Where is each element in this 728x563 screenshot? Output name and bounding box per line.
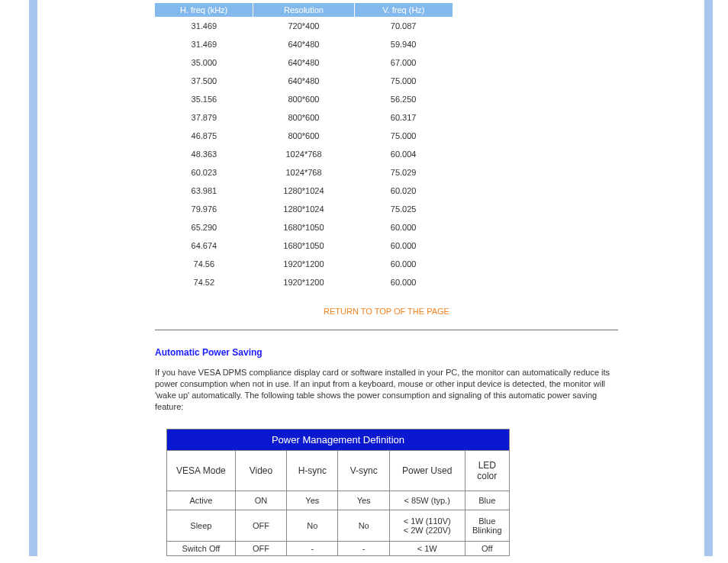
- table-cell: 640*480: [253, 53, 355, 72]
- table-row: ActiveONYesYes< 85W (typ.)Blue: [167, 491, 510, 510]
- freq-header-vfreq: V. freq (Hz): [354, 3, 453, 17]
- table-row: 63.9811280*102460.020: [155, 182, 453, 200]
- table-cell: 67.000: [354, 53, 453, 72]
- right-decorative-bar: [704, 0, 713, 556]
- freq-header-hfreq: H. freq (kHz): [155, 3, 253, 17]
- table-cell: No: [338, 510, 389, 542]
- table-cell: 1024*768: [253, 145, 355, 163]
- table-row: SleepOFFNoNo< 1W (110V) < 2W (220V)Blue …: [167, 510, 510, 542]
- table-cell: 640*480: [253, 35, 355, 53]
- table-cell: Switch Off: [167, 542, 236, 556]
- table-cell: -: [338, 542, 389, 556]
- table-cell: 48.363: [155, 145, 253, 163]
- table-cell: OFF: [235, 510, 286, 542]
- table-row: 31.469640*48059.940: [155, 35, 453, 53]
- table-row: 65.2901680*105060.000: [155, 218, 453, 236]
- pm-header-video: Video: [235, 451, 286, 491]
- table-cell: 60.000: [354, 255, 453, 273]
- table-cell: 56.250: [354, 90, 453, 108]
- table-cell: OFF: [235, 542, 286, 556]
- table-cell: ON: [235, 491, 286, 510]
- table-cell: Sleep: [167, 510, 236, 542]
- table-cell: Active: [167, 491, 236, 510]
- table-cell: 60.023: [155, 163, 253, 182]
- table-cell: 79.976: [155, 200, 253, 218]
- table-cell: Yes: [287, 491, 338, 510]
- table-row: 35.000640*48067.000: [155, 53, 453, 72]
- table-cell: 60.020: [354, 182, 453, 200]
- table-cell: 46.875: [155, 127, 253, 145]
- content-area: H. freq (kHz) Resolution V. freq (Hz) 31…: [155, 0, 618, 556]
- table-cell: 60.000: [354, 273, 453, 291]
- table-cell: 75.029: [354, 163, 453, 182]
- table-row: 64.6741680*105060.000: [155, 236, 453, 255]
- table-row: 46.875800*60075.000: [155, 127, 453, 145]
- pm-header-vesa: VESA Mode: [167, 451, 236, 491]
- return-to-top-link[interactable]: RETURN TO TOP OF THE PAGE: [155, 291, 618, 330]
- table-cell: 63.981: [155, 182, 253, 200]
- table-row: Switch OffOFF--< 1WOff: [167, 542, 510, 556]
- table-cell: 800*600: [253, 90, 355, 108]
- table-cell: 37.879: [155, 108, 253, 127]
- table-cell: 70.087: [354, 17, 453, 35]
- table-cell: 1680*1050: [253, 218, 355, 236]
- table-cell: < 1W: [389, 542, 465, 556]
- table-cell: 74.56: [155, 255, 253, 273]
- table-cell: 60.000: [354, 236, 453, 255]
- table-cell: 59.940: [354, 35, 453, 53]
- pm-title-row: Power Management Definition: [167, 429, 510, 451]
- table-row: 37.879800*60060.317: [155, 108, 453, 127]
- table-cell: 1680*1050: [253, 236, 355, 255]
- table-cell: No: [287, 510, 338, 542]
- table-cell: 800*600: [253, 108, 355, 127]
- table-cell: 640*480: [253, 72, 355, 90]
- table-row: 31.469720*40070.087: [155, 17, 453, 35]
- pm-header-hsync: H-sync: [287, 451, 338, 491]
- table-cell: 74.52: [155, 273, 253, 291]
- table-cell: 37.500: [155, 72, 253, 90]
- table-cell: 75.000: [354, 72, 453, 90]
- pm-header-led: LED color: [465, 451, 509, 491]
- table-cell: < 1W (110V) < 2W (220V): [389, 510, 465, 542]
- table-row: 79.9761280*102475.025: [155, 200, 453, 218]
- table-cell: 1024*768: [253, 163, 355, 182]
- table-cell: 31.469: [155, 17, 253, 35]
- pm-header-row: VESA Mode Video H-sync V-sync Power Used…: [167, 451, 510, 491]
- table-cell: 35.000: [155, 53, 253, 72]
- table-cell: 75.000: [354, 127, 453, 145]
- table-cell: 65.290: [155, 218, 253, 236]
- pm-header-power: Power Used: [389, 451, 465, 491]
- table-cell: 1920*1200: [253, 273, 355, 291]
- table-cell: < 85W (typ.): [389, 491, 465, 510]
- table-cell: 800*600: [253, 127, 355, 145]
- table-cell: Off: [465, 542, 509, 556]
- freq-table-header-row: H. freq (kHz) Resolution V. freq (Hz): [155, 3, 453, 17]
- table-row: 48.3631024*76860.004: [155, 145, 453, 163]
- section-heading-auto-power-saving: Automatic Power Saving: [155, 347, 618, 358]
- auto-power-saving-text: If you have VESA DPMS compliance display…: [155, 367, 618, 412]
- table-row: 35.156800*60056.250: [155, 90, 453, 108]
- table-row: 74.521920*120060.000: [155, 273, 453, 291]
- table-cell: 60.000: [354, 218, 453, 236]
- left-decorative-bar: [29, 0, 37, 556]
- table-cell: Blue: [465, 491, 509, 510]
- frequency-table: H. freq (kHz) Resolution V. freq (Hz) 31…: [155, 3, 453, 291]
- table-cell: 1920*1200: [253, 255, 355, 273]
- table-row: 74.561920*120060.000: [155, 255, 453, 273]
- power-management-table: Power Management Definition VESA Mode Vi…: [166, 429, 510, 556]
- table-cell: 1280*1024: [253, 182, 355, 200]
- table-cell: -: [287, 542, 338, 556]
- table-cell: 60.317: [354, 108, 453, 127]
- table-cell: Yes: [338, 491, 389, 510]
- table-cell: Blue Blinking: [465, 510, 509, 542]
- freq-header-resolution: Resolution: [253, 3, 355, 17]
- table-cell: 720*400: [253, 17, 355, 35]
- table-row: 37.500640*48075.000: [155, 72, 453, 90]
- return-to-top-anchor[interactable]: RETURN TO TOP OF THE PAGE: [324, 307, 449, 316]
- table-cell: 35.156: [155, 90, 253, 108]
- table-cell: 31.469: [155, 35, 253, 53]
- table-row: 60.0231024*76875.029: [155, 163, 453, 182]
- table-cell: 1280*1024: [253, 200, 355, 218]
- table-cell: 75.025: [354, 200, 453, 218]
- table-cell: 60.004: [354, 145, 453, 163]
